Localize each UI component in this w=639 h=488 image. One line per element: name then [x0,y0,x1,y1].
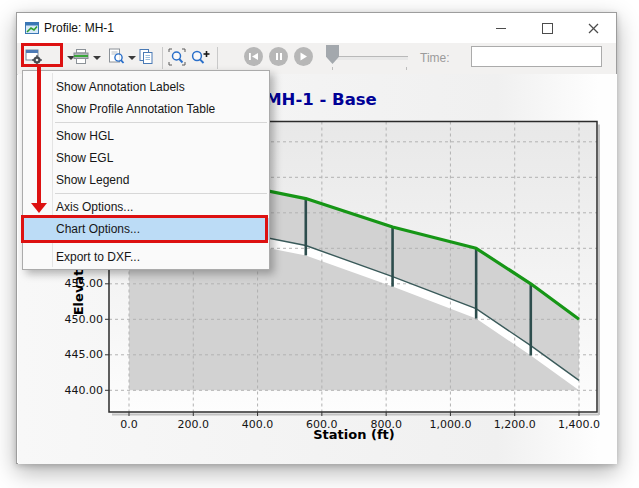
zoom-extents-button[interactable] [168,48,186,68]
menu-item-show-profile-annotation-table[interactable]: Show Profile Annotation Table [23,98,269,120]
maximize-button[interactable] [524,13,570,43]
menu-item-export-to-dxf[interactable]: Export to DXF... [23,246,269,268]
close-icon [588,23,599,34]
chart-title: MH-1 - Base [265,90,377,109]
x-tick-label: 1,400.0 [558,418,600,431]
minimize-icon [496,28,506,29]
print-preview-dropdown-arrow[interactable] [128,56,136,60]
menu-item-show-egl[interactable]: Show EGL [23,147,269,169]
menu-item-show-hgl[interactable]: Show HGL [23,125,269,147]
annotation-highlight-toolbar-button [21,43,63,67]
skip-to-start-icon [248,52,259,61]
menu-separator [55,193,267,194]
zoom-window-button[interactable] [190,48,210,68]
zoom-extents-icon [168,48,186,66]
pause-icon [275,52,283,61]
annotation-arrow-shaft [37,67,41,203]
toolbar-separator [162,47,163,69]
caption-buttons [478,13,616,43]
play-icon [299,52,308,61]
print-preview-button[interactable] [108,48,125,68]
x-tick-label: 400.0 [242,418,274,431]
print-button[interactable] [73,48,89,68]
menu-separator [55,122,267,123]
window-profile-icon [25,21,39,35]
print-preview-icon [108,48,125,66]
annotation-arrow-head-icon [31,203,47,213]
skip-to-start-button[interactable] [244,47,263,66]
zoom-window-icon [190,48,210,66]
time-slider-handle[interactable] [326,45,339,64]
toolbar-separator [217,47,218,69]
y-tick-label: 440.00 [65,384,104,397]
y-tick-label: 445.00 [65,348,104,361]
time-input[interactable] [471,46,602,67]
play-button[interactable] [294,47,313,66]
titlebar[interactable]: Profile: MH-1 [17,13,616,43]
slider-tick [406,67,407,70]
print-icon [73,48,89,65]
time-label: Time: [420,43,450,74]
minimize-button[interactable] [478,13,524,43]
x-tick-label: 200.0 [178,418,210,431]
menu-item-show-legend[interactable]: Show Legend [23,169,269,191]
x-axis-title: Station (ft) [313,427,395,442]
x-tick-label: 1,200.0 [494,418,536,431]
maximize-icon [542,23,553,34]
x-tick-label: 1,000.0 [429,418,471,431]
slider-tick [332,67,333,70]
x-tick-label: 0.0 [120,418,138,431]
screen: Profile: MH-1 [0,0,639,488]
copy-button[interactable] [138,48,155,68]
pause-button[interactable] [269,47,288,66]
copy-icon [138,48,155,66]
print-dropdown-arrow[interactable] [93,56,101,60]
time-slider-track[interactable] [329,56,408,60]
menu-item-show-annotation-labels[interactable]: Show Annotation Labels [23,76,269,98]
annotation-highlight-chart-options [21,215,268,243]
close-button[interactable] [570,13,616,43]
window-title: Profile: MH-1 [44,13,114,43]
